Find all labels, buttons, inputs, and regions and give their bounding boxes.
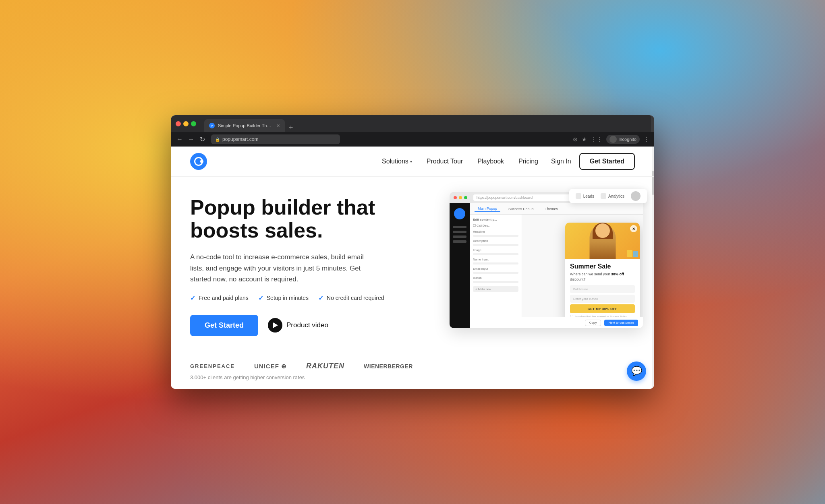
- nav-product-tour[interactable]: Product Tour: [427, 158, 463, 165]
- hero-cta-button[interactable]: Get Started: [190, 315, 258, 336]
- field-label-button: Button: [473, 276, 518, 280]
- tab-close-icon[interactable]: ✕: [276, 123, 280, 128]
- play-triangle: [273, 322, 278, 328]
- scroll-indicator[interactable]: [652, 147, 654, 389]
- cast-icon[interactable]: ⊗: [573, 136, 578, 143]
- mockup-main: Main Popup Success Popup Themes Edit con…: [470, 203, 643, 328]
- logo-icon: [190, 153, 207, 170]
- field-value-desc: [473, 244, 518, 246]
- minimize-button[interactable]: [183, 121, 189, 126]
- check-item-2: ✓ Setup in minutes: [258, 294, 309, 302]
- mockup-maximize: [464, 196, 467, 199]
- popup-header-image: [565, 223, 640, 259]
- check-label-3: No credit card required: [327, 295, 384, 301]
- add-new-button[interactable]: + Add a new...: [473, 286, 518, 292]
- forward-button[interactable]: →: [187, 136, 195, 143]
- lock-icon: 🔒: [215, 137, 220, 142]
- logo-rakuten: Rakuten: [306, 362, 344, 370]
- nav-cta-button[interactable]: Get Started: [579, 153, 635, 170]
- menu-icon[interactable]: ⋮: [644, 136, 649, 143]
- browser-tab[interactable]: P Simple Popup Builder That Bo... ✕: [204, 119, 285, 132]
- reload-button[interactable]: ↻: [198, 136, 206, 143]
- mockup-browser: https://popupsmart.com/dashboard: [450, 192, 643, 328]
- checkmark-icon-3: ✓: [318, 294, 323, 302]
- new-tab-button[interactable]: +: [287, 124, 295, 132]
- person-face: [595, 223, 610, 238]
- edit-content-label: Edit content p...: [473, 218, 518, 221]
- popup-close-button[interactable]: ✕: [630, 225, 637, 232]
- nav-links: Solutions ▾ Product Tour Playbook Pricin…: [382, 158, 538, 165]
- close-button[interactable]: [176, 121, 181, 126]
- back-button[interactable]: ←: [176, 136, 184, 143]
- mockup-tab-themes[interactable]: Themes: [542, 206, 562, 212]
- mockup-copy-button[interactable]: Copy: [585, 320, 601, 326]
- play-icon: [268, 318, 282, 333]
- nav-buttons: ← → ↻: [176, 136, 206, 143]
- address-field[interactable]: 🔒 popupsmart.com: [211, 134, 340, 144]
- popup-cta-button[interactable]: GET MY 30% OFF: [570, 304, 635, 313]
- logo-greenpeace: GREENPEACE: [190, 363, 235, 369]
- leads-label: Leads: [583, 194, 594, 198]
- field-label-cta: ☐ Call Des...: [473, 224, 518, 227]
- mockup-body: Main Popup Success Popup Themes Edit con…: [450, 203, 643, 328]
- popup-title: Summer Sale: [570, 263, 635, 270]
- mockup-panel: Edit content p... ☐ Call Des... Headline…: [470, 215, 643, 328]
- mockup-tab-main[interactable]: Main Popup: [475, 206, 500, 212]
- bookmark-icon[interactable]: ★: [582, 136, 587, 143]
- chat-button[interactable]: 💬: [627, 361, 646, 381]
- mockup-left-panel: Edit content p... ☐ Call Des... Headline…: [470, 215, 522, 328]
- checkmark-icon-1: ✓: [190, 294, 195, 302]
- page-content: Solutions ▾ Product Tour Playbook Pricin…: [171, 147, 654, 389]
- popup-desc-bold: 30% off: [611, 272, 624, 276]
- extensions-icon[interactable]: ⋮⋮: [591, 136, 602, 143]
- mockup-next-button[interactable]: Next to customize: [604, 320, 638, 326]
- sidebar-item: [453, 235, 466, 238]
- mockup-toolbar: Main Popup Success Popup Themes: [470, 203, 643, 215]
- incognito-badge: Incognito: [606, 135, 640, 144]
- site-logo[interactable]: [190, 153, 207, 170]
- chevron-down-icon: ▾: [410, 159, 412, 164]
- check-label-2: Setup in minutes: [267, 295, 309, 301]
- mockup-sidebar-items: [450, 223, 470, 246]
- nav-playbook[interactable]: Playbook: [477, 158, 504, 165]
- mockup-minimize: [459, 196, 462, 199]
- popup-desc-text: Where can we send your: [570, 272, 611, 276]
- sidebar-item: [453, 226, 466, 228]
- hero-content: Popup builder that boosts sales. A no-co…: [190, 196, 404, 336]
- site-nav: Solutions ▾ Product Tour Playbook Pricin…: [171, 147, 654, 177]
- logo-inner: [194, 157, 203, 166]
- clients-text: 3.000+ clients are getting higher conver…: [190, 374, 635, 380]
- topbar-leads[interactable]: Leads: [576, 191, 594, 201]
- product-video-label: Product video: [286, 321, 328, 329]
- app-topbar: Leads Analytics: [569, 189, 647, 203]
- hero-subtitle: A no-code tool to increase e-commerce sa…: [190, 252, 375, 285]
- maximize-button[interactable]: [191, 121, 196, 126]
- shopping-bag-yellow: [627, 250, 632, 257]
- mockup-sidebar-logo: [454, 208, 465, 219]
- field-value-button: [473, 281, 518, 283]
- traffic-lights: [176, 121, 196, 126]
- nav-pricing[interactable]: Pricing: [518, 158, 538, 165]
- checkmark-icon-2: ✓: [258, 294, 263, 302]
- leads-icon: [576, 193, 581, 199]
- field-label-image: Image: [473, 248, 518, 252]
- field-value-image: [473, 253, 518, 255]
- topbar-analytics[interactable]: Analytics: [601, 191, 624, 201]
- address-text: popupsmart.com: [222, 136, 258, 142]
- logos-row: GREENPEACE unicef ⊕ Rakuten wienerberger: [190, 362, 635, 370]
- popup-body: Summer Sale Where can we send your 30% o…: [565, 259, 640, 323]
- field-label-name: Name Input: [473, 258, 518, 261]
- field-value-name: [473, 262, 518, 264]
- analytics-icon: [601, 193, 606, 199]
- hero-checks: ✓ Free and paid plans ✓ Setup in minutes…: [190, 294, 404, 302]
- field-label-email: Email Input: [473, 267, 518, 271]
- nav-signin[interactable]: Sign In: [551, 158, 571, 165]
- browser-window: P Simple Popup Builder That Bo... ✕ + ← …: [171, 115, 654, 389]
- nav-solutions[interactable]: Solutions ▾: [382, 158, 412, 165]
- popup-email-input[interactable]: Enter your e-mail: [570, 295, 635, 303]
- field-label-desc: Description: [473, 239, 518, 243]
- incognito-label: Incognito: [618, 137, 636, 142]
- popup-fullname-input[interactable]: Full Name: [570, 285, 635, 293]
- product-video-link[interactable]: Product video: [268, 318, 328, 333]
- mockup-tab-success[interactable]: Success Popup: [505, 206, 537, 212]
